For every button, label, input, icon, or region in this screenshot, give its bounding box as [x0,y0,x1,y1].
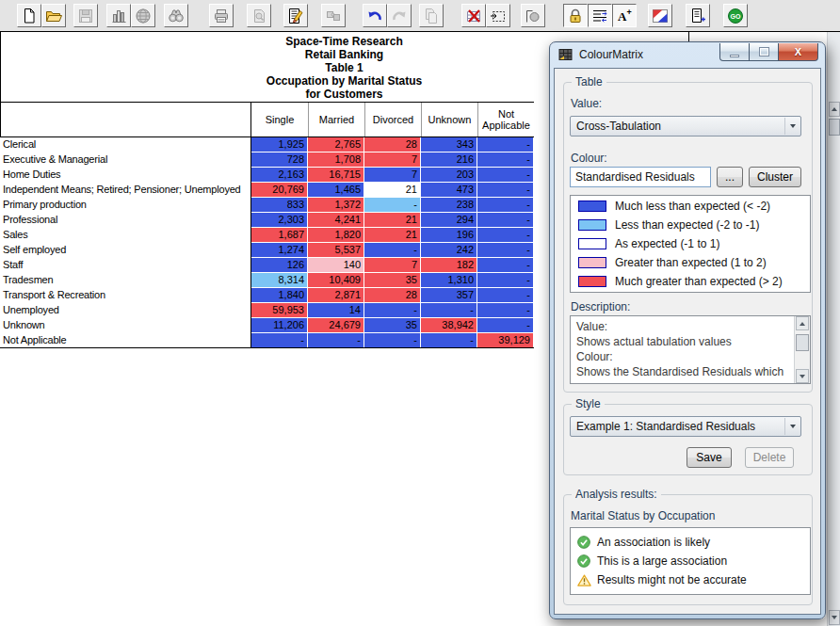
new-document-button[interactable] [17,4,41,27]
data-cell[interactable]: 1,708 [308,152,364,168]
print-button[interactable] [209,4,234,27]
legend-item[interactable]: Greater than expected (1 to 2) [571,252,810,271]
data-cell[interactable]: 4,241 [308,213,364,228]
style-dropdown[interactable]: Example 1: Standardised Residuals [570,416,801,437]
bar-chart-button[interactable] [106,4,131,27]
go-button[interactable]: GO [723,4,748,27]
data-cell[interactable]: 5,537 [308,243,364,258]
data-cell[interactable]: - [477,318,534,333]
row-label[interactable]: Unknown [0,318,251,333]
data-cell[interactable]: 2,871 [308,288,364,303]
data-cell[interactable]: 38,942 [421,318,477,333]
data-cell[interactable]: 21 [364,228,421,243]
data-cell[interactable]: 203 [421,168,477,183]
row-label[interactable]: Tradesmen [0,273,251,288]
recode-button[interactable] [521,4,545,27]
data-cell[interactable]: 1,465 [308,183,364,198]
delete-table-button[interactable] [461,4,486,27]
row-label[interactable]: Independent Means; Retired; Pensioner; U… [0,183,251,198]
data-cell[interactable]: 2,765 [308,137,364,152]
data-cell[interactable]: 242 [421,243,477,258]
data-cell[interactable]: - [477,198,534,213]
data-cell[interactable]: 14 [308,303,364,318]
column-header[interactable]: Unknown [421,103,477,136]
data-cell[interactable]: 1,820 [308,228,364,243]
data-cell[interactable]: - [421,303,477,318]
field-order-button[interactable] [588,4,612,27]
open-file-button[interactable] [41,4,66,27]
row-label[interactable]: Professional [0,213,251,228]
legend-item[interactable]: Much less than expected (< -2) [571,196,810,215]
data-cell[interactable]: 833 [251,198,308,213]
value-dropdown[interactable]: Cross-Tabulation [570,116,801,136]
row-label[interactable]: Staff [0,258,251,273]
data-cell[interactable]: 126 [251,258,308,273]
save-button[interactable]: Save [687,447,732,468]
edit-document-button[interactable] [283,4,308,27]
data-cell[interactable]: 1,310 [421,273,477,288]
description-scrollbar[interactable] [794,316,810,383]
data-cell[interactable]: - [477,152,534,168]
reshape-button[interactable] [486,4,510,27]
legend-item[interactable]: Much greater than expected (> 2) [571,271,810,290]
column-header[interactable]: Single [251,103,308,136]
data-cell[interactable]: 35 [364,318,421,333]
minimize-button[interactable] [719,43,750,61]
legend-item[interactable]: Less than expected (-2 to -1) [571,215,810,233]
row-label[interactable]: Self employed [0,243,251,258]
data-cell[interactable]: - [477,273,534,288]
data-cell[interactable]: 294 [421,213,477,228]
data-cell[interactable]: 182 [421,258,477,273]
undo-button[interactable] [363,4,387,27]
data-cell[interactable]: 196 [421,228,477,243]
dialog-titlebar[interactable]: ColourMatrix X [550,42,825,67]
browse-button[interactable]: ... [717,167,743,187]
data-cell[interactable]: - [477,303,534,318]
data-cell[interactable]: - [477,183,534,198]
row-label[interactable]: Primary production [0,198,251,213]
font-size-button[interactable]: A+ [612,4,637,27]
data-cell[interactable]: - [477,228,534,243]
description-scroll-up-button[interactable] [796,316,809,330]
description-scroll-thumb[interactable] [796,334,809,351]
row-label[interactable]: Transport & Recreation [0,288,251,303]
row-label[interactable]: Not Applicable [0,333,251,348]
row-label[interactable]: Unemployed [0,303,251,318]
data-cell[interactable]: 1,372 [308,198,364,213]
row-label[interactable]: Home Duties [0,168,251,183]
data-cell[interactable]: 11,206 [251,318,308,333]
scroll-down-button[interactable] [829,610,840,625]
description-scroll-down-button[interactable] [796,369,809,383]
data-cell[interactable]: 2,303 [251,213,308,228]
data-cell[interactable]: 357 [421,288,477,303]
row-label[interactable]: Executive & Managerial [0,152,251,168]
column-header[interactable]: Divorced [364,103,421,136]
data-cell[interactable]: 24,679 [308,318,364,333]
data-cell[interactable]: 8,314 [251,273,308,288]
data-cell[interactable]: 21 [364,213,421,228]
cluster-button[interactable]: Cluster [749,167,801,187]
data-cell[interactable]: - [364,333,421,348]
data-cell[interactable]: 16,715 [308,168,364,183]
column-header[interactable]: Not Applicable [477,103,534,136]
data-cell[interactable]: - [421,333,477,348]
data-cell[interactable]: 7 [364,168,421,183]
data-cell[interactable]: 21 [364,183,421,198]
lock-button[interactable] [563,4,588,27]
data-cell[interactable]: - [477,243,534,258]
scroll-up-button[interactable] [829,102,840,117]
data-cell[interactable]: 7 [364,258,421,273]
vertical-scrollbar[interactable] [827,32,840,626]
data-cell[interactable]: - [308,333,364,348]
data-cell[interactable]: 238 [421,198,477,213]
data-cell[interactable]: 1,840 [251,288,308,303]
data-cell[interactable]: 1,687 [251,228,308,243]
data-cell[interactable]: 343 [421,137,477,152]
data-cell[interactable]: - [477,288,534,303]
data-cell[interactable]: 20,769 [251,183,308,198]
legend-item[interactable]: As expected (-1 to 1) [571,233,810,252]
data-cell[interactable]: 59,953 [251,303,308,318]
row-label[interactable]: Sales [0,228,251,243]
colour-input[interactable] [570,167,711,187]
data-cell[interactable]: - [364,198,421,213]
